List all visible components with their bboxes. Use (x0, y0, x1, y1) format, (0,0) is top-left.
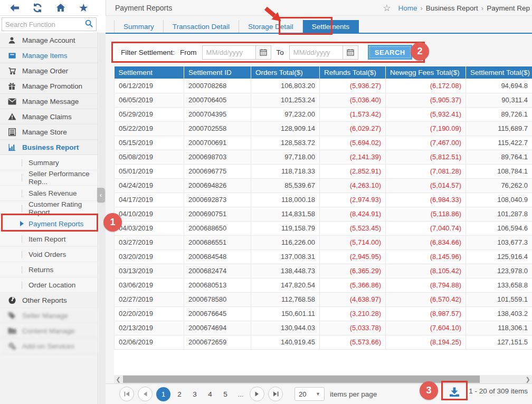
column-header-settlement[interactable]: Settlement (115, 66, 184, 79)
breadcrumb-star-icon[interactable]: ☆ (383, 3, 391, 14)
download-button[interactable] (447, 386, 462, 398)
table-row[interactable]: 05/29/2019200070439597,232.00(1,573.42)(… (115, 107, 532, 121)
page-size-select[interactable]: 20 ▼ (294, 387, 325, 401)
amount-cell: (5,118.86) (386, 207, 466, 221)
table-row[interactable]: 06/05/20192000706405101,253.24(5,036.40)… (115, 93, 532, 107)
sidebar-item-add-on-services[interactable]: Add-on Services (0, 339, 98, 354)
sidebar-item-manage-items[interactable]: Manage Items (0, 48, 98, 63)
table-row[interactable]: 02/27/20192000678580112,768.58(4,638.97)… (115, 292, 532, 306)
table-row[interactable]: 03/13/20192000682474138,448.73(6,365.29)… (115, 264, 532, 278)
settlement-date-cell: 05/29/2019 (115, 107, 184, 121)
settlement-date-cell: 03/13/2019 (115, 264, 184, 278)
column-header-settlement-id[interactable]: Settlement ID (184, 66, 251, 79)
sidebar-item-other-reports[interactable]: Other Reports (0, 293, 98, 308)
search-function-box[interactable] (2, 17, 97, 31)
tab-settlements[interactable]: Settlements (303, 20, 359, 33)
sidebar-item-label: Content Manage (22, 327, 75, 335)
settlement-id-cell: 2000692873 (184, 193, 251, 207)
submenu-guide (22, 251, 22, 258)
table-row[interactable]: 02/20/20192000676645150,601.11(3,210.28)… (115, 306, 532, 321)
sidebar-item-summary[interactable]: Summary (0, 155, 98, 170)
column-header-settlement-total-[interactable]: Settlement Total($) (466, 66, 532, 79)
amount-cell: 138,448.73 (251, 264, 320, 278)
horizontal-scrollbar[interactable]: ❮ ❯ (114, 375, 532, 383)
sidebar-item-item-report[interactable]: Item Report (0, 232, 98, 247)
to-calendar-icon[interactable] (343, 45, 358, 60)
sidebar-subitem-label: Seller Performance Rep... (20, 170, 98, 186)
sidebar-item-content-manage[interactable]: Content Manage (0, 323, 98, 339)
back-icon[interactable] (8, 2, 22, 14)
column-header-orders-total-[interactable]: Orders Total($) (251, 66, 320, 79)
amount-cell: (8,145.96) (386, 249, 466, 264)
settlement-id-cell: 2000706405 (184, 93, 251, 107)
tab-storage-detail[interactable]: Storage Detail (239, 20, 303, 33)
tab-summary[interactable]: Summary (114, 20, 164, 33)
table-row[interactable]: 05/22/20192000702558128,909.14(6,029.27)… (115, 121, 532, 136)
settlement-id-cell: 2000686551 (184, 235, 251, 249)
sidebar-item-customer-rating-report[interactable]: Customer Rating Report (0, 201, 98, 216)
previous-page-button[interactable] (138, 387, 153, 401)
sidebar-item-manage-account[interactable]: Manage Account (0, 33, 98, 48)
table-row[interactable]: 02/13/20192000674694130,944.03(5,033.78)… (115, 321, 532, 335)
sidebar-item-seller-performance-rep-[interactable]: Seller Performance Rep... (0, 170, 98, 186)
sidebar-item-manage-promotion[interactable]: Manage Promotion (0, 79, 98, 94)
table-row[interactable]: 04/17/20192000692873118,000.18(2,974.93)… (115, 193, 532, 207)
from-calendar-icon[interactable] (256, 45, 271, 60)
scrollbar-thumb[interactable] (123, 376, 480, 383)
home-icon[interactable] (54, 2, 68, 14)
table-row[interactable]: 06/12/20192000708268106,803.20(5,936.27)… (115, 79, 532, 93)
scrollbar-track[interactable] (122, 375, 524, 383)
page-size-value: 20 (299, 390, 306, 398)
sidebar-item-manage-order[interactable]: Manage Order (0, 63, 98, 79)
favorite-icon[interactable]: ★ (77, 2, 90, 14)
sidebar-collapse-handle[interactable]: ‹ (97, 188, 104, 201)
from-date-input[interactable] (202, 45, 256, 60)
table-row[interactable]: 04/24/2019200069482685,539.67(4,263.10)(… (115, 178, 532, 193)
sidebar-item-sales-revenue[interactable]: Sales Revenue (0, 186, 98, 201)
sidebar-item-payment-reports[interactable]: Payment Reports (0, 216, 98, 232)
search-icon[interactable] (85, 20, 93, 29)
sidebar-item-business-report[interactable]: Business Report (0, 140, 98, 155)
sidebar-item-manage-message[interactable]: Manage Message (0, 94, 98, 109)
page-4-button[interactable]: 4 (204, 390, 216, 398)
page-2-button[interactable]: 2 (173, 390, 186, 398)
scroll-left-icon[interactable]: ❮ (114, 375, 122, 383)
breadcrumb-payment-reports[interactable]: Payment Rep (487, 4, 530, 12)
amount-cell: 103,677.3 (466, 235, 532, 249)
search-button[interactable]: SEARCH (368, 45, 412, 60)
table-row[interactable]: 02/06/20192000672659140,919.45(5,573.66)… (115, 335, 532, 349)
table-row[interactable]: 03/27/20192000686551116,226.00(5,714.00)… (115, 235, 532, 249)
next-page-button[interactable] (250, 387, 264, 401)
report-tabs: SummaryTransaction DetailStorage DetailS… (114, 20, 359, 33)
column-header-newegg-fees-total-[interactable]: Newegg Fees Total($) (386, 66, 466, 79)
to-date-input[interactable] (289, 45, 343, 60)
table-row[interactable]: 05/15/20192000700691128,583.72(5,694.02)… (115, 136, 532, 150)
first-page-button[interactable] (119, 387, 134, 401)
table-row[interactable]: 04/10/20192000690751114,831.58(8,424.91)… (115, 207, 532, 221)
last-page-button[interactable] (268, 387, 283, 401)
amount-cell: 150,601.11 (251, 306, 320, 321)
table-row[interactable]: 04/03/20192000688650119,158.79(5,523.45)… (115, 221, 532, 235)
sidebar-item-manage-store[interactable]: Manage Store (0, 124, 98, 140)
sidebar-item-order-location[interactable]: Order Location (0, 277, 98, 293)
search-input[interactable] (5, 21, 85, 28)
column-header-refunds-total-[interactable]: Refunds Total($) (320, 66, 386, 79)
table-row[interactable]: 05/01/20192000696775118,718.33(2,852.91)… (115, 164, 532, 178)
refresh-icon[interactable] (31, 2, 44, 14)
breadcrumb-home[interactable]: Home (398, 4, 417, 12)
page-3-button[interactable]: 3 (188, 390, 201, 398)
sidebar-item-manage-claims[interactable]: Manage Claims (0, 109, 98, 124)
tab-transaction-detail[interactable]: Transaction Detail (164, 20, 239, 33)
more-pages-button[interactable]: ... (235, 390, 246, 398)
table-row[interactable]: 03/20/20192000684548137,008.31(2,945.95)… (115, 249, 532, 264)
breadcrumb-business-report[interactable]: Business Report (426, 4, 478, 12)
sidebar-item-label: Manage Claims (22, 113, 72, 121)
page-1-button[interactable]: 1 (156, 387, 170, 401)
sidebar-item-void-orders[interactable]: Void Orders (0, 247, 98, 262)
sidebar-item-seller-manage[interactable]: Seller Manage (0, 308, 98, 323)
table-row[interactable]: 03/06/20192000680513147,820.54(5,366.86)… (115, 278, 532, 292)
sidebar-item-returns[interactable]: Returns (0, 262, 98, 277)
page-5-button[interactable]: 5 (219, 390, 232, 398)
scroll-right-icon[interactable]: ❯ (524, 375, 532, 383)
table-row[interactable]: 05/08/2019200069870397,718.00(2,141.39)(… (115, 150, 532, 164)
